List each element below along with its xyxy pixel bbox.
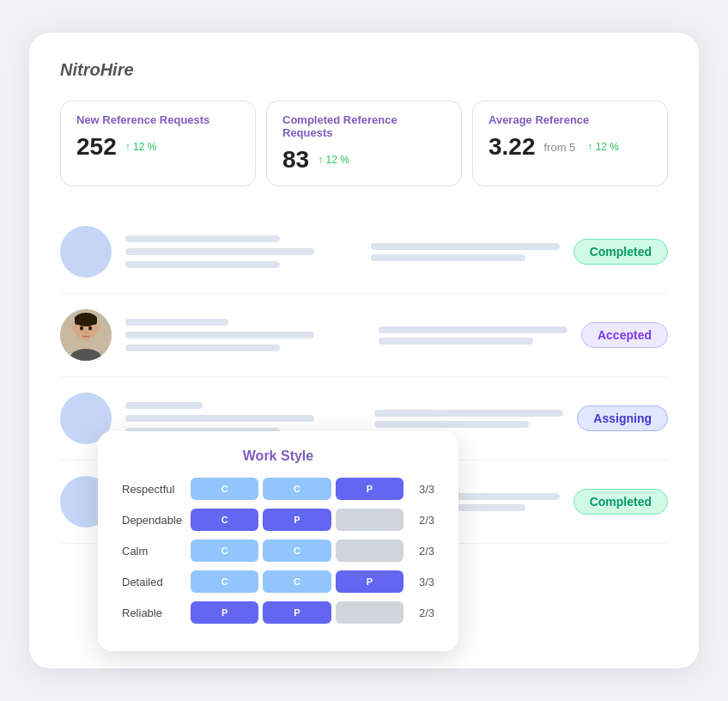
svg-point-6 bbox=[94, 325, 100, 332]
avatar bbox=[60, 226, 112, 277]
detail-line-1 bbox=[125, 248, 314, 255]
ws-bars: C C bbox=[191, 539, 403, 562]
work-style-row-reliable: Reliable P P 2/3 bbox=[122, 601, 434, 624]
request-info bbox=[125, 319, 365, 351]
ws-bar: C bbox=[263, 570, 331, 593]
status-badge: Accepted bbox=[581, 322, 668, 348]
request-detail bbox=[379, 326, 567, 344]
request-row[interactable]: Completed bbox=[60, 210, 668, 294]
meta-line-1 bbox=[374, 410, 563, 417]
ws-label: Reliable bbox=[122, 607, 184, 619]
request-detail bbox=[371, 243, 560, 261]
request-detail bbox=[374, 410, 563, 428]
ws-bar: C bbox=[191, 570, 258, 593]
work-style-row-detailed: Detailed C C P 3/3 bbox=[122, 570, 434, 593]
svg-point-9 bbox=[85, 332, 88, 333]
ws-bars: C P bbox=[191, 509, 403, 531]
ws-bar: P bbox=[191, 601, 258, 624]
ws-score: 2/3 bbox=[410, 545, 434, 558]
name-line bbox=[125, 402, 203, 409]
ws-label: Detailed bbox=[122, 576, 184, 588]
work-style-title: Work Style bbox=[122, 448, 434, 464]
avatar bbox=[60, 309, 112, 361]
svg-point-5 bbox=[72, 325, 77, 332]
ws-bar: P bbox=[336, 478, 403, 500]
status-badge: Assigning bbox=[577, 405, 668, 431]
ws-bar: C bbox=[191, 509, 258, 531]
ws-bar: P bbox=[336, 570, 403, 593]
meta-line-2 bbox=[379, 338, 533, 344]
ws-bars: P P bbox=[191, 601, 403, 624]
meta-line-2 bbox=[371, 254, 525, 261]
status-badge: Completed bbox=[573, 489, 668, 515]
main-card: NitroHire New Reference Requests 252 ↑ 1… bbox=[29, 33, 699, 668]
detail-line-1 bbox=[125, 415, 314, 422]
meta-line-1 bbox=[379, 326, 567, 333]
work-style-row-respectful: Respectful C C P 3/3 bbox=[122, 478, 434, 500]
request-info bbox=[125, 402, 361, 435]
meta-line-2 bbox=[374, 421, 529, 428]
ws-label: Respectful bbox=[122, 483, 184, 496]
detail-line-1 bbox=[125, 332, 314, 338]
ws-bar: P bbox=[263, 509, 331, 531]
ws-score: 3/3 bbox=[410, 483, 434, 496]
ws-bar: C bbox=[191, 478, 258, 500]
stat-completed-requests: Completed Reference Requests 83 ↑ 12 % bbox=[266, 101, 462, 186]
meta-line-1 bbox=[371, 243, 560, 250]
name-line bbox=[125, 235, 280, 242]
stat-new-requests: New Reference Requests 252 ↑ 12 % bbox=[60, 101, 256, 186]
svg-point-8 bbox=[88, 326, 92, 331]
ws-bar: C bbox=[191, 539, 258, 562]
stats-row: New Reference Requests 252 ↑ 12 % Comple… bbox=[60, 101, 668, 186]
ws-bars: C C P bbox=[191, 570, 403, 593]
ws-score: 2/3 bbox=[410, 607, 434, 619]
detail-line-2 bbox=[125, 261, 280, 268]
detail-line-2 bbox=[125, 344, 280, 351]
work-style-row-calm: Calm C C 2/3 bbox=[122, 539, 434, 562]
ws-score: 2/3 bbox=[410, 514, 434, 527]
svg-rect-3 bbox=[75, 316, 97, 325]
ws-bars: C C P bbox=[191, 478, 403, 500]
name-line bbox=[125, 319, 228, 326]
request-info bbox=[125, 235, 357, 268]
ws-bar bbox=[336, 601, 403, 624]
ws-bar: C bbox=[263, 539, 331, 562]
ws-bar: C bbox=[263, 478, 331, 500]
ws-bar bbox=[336, 509, 403, 531]
status-badge: Completed bbox=[573, 239, 668, 265]
ws-label: Dependable bbox=[122, 514, 184, 527]
ws-label: Calm bbox=[122, 545, 184, 558]
app-logo: NitroHire bbox=[60, 60, 668, 80]
ws-score: 3/3 bbox=[410, 576, 434, 588]
svg-point-7 bbox=[80, 326, 83, 331]
ws-bar: P bbox=[263, 601, 331, 624]
request-row[interactable]: Accepted bbox=[60, 294, 668, 377]
ws-bar bbox=[336, 539, 403, 562]
work-style-card: Work Style Respectful C C P 3/3 Dependab… bbox=[98, 431, 458, 651]
work-style-row-dependable: Dependable C P 2/3 bbox=[122, 509, 434, 531]
stat-average-reference: Average Reference 3.22 from 5 ↑ 12 % bbox=[472, 101, 668, 186]
